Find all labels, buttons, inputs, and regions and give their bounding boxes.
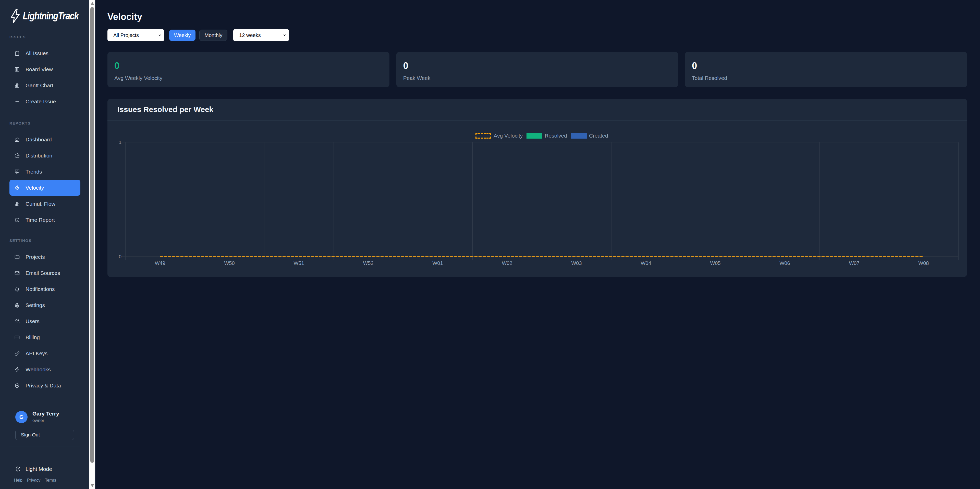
legend-label: Avg Velocity (493, 133, 523, 139)
footer-link-terms[interactable]: Terms (45, 478, 56, 483)
monthly-button[interactable]: Monthly (199, 30, 228, 41)
zap-icon (14, 185, 20, 190)
section-label-reports: REPORTS (10, 121, 89, 126)
sidebar-item-label: Create Issue (25, 99, 56, 105)
gridline (195, 142, 195, 260)
x-axis-label: W52 (353, 260, 383, 266)
chart-header: Issues Resolved per Week (107, 99, 967, 121)
project-filter-select[interactable]: All Projects (107, 29, 164, 41)
sidebar-item-billing[interactable]: Billing (10, 329, 80, 345)
gear-icon (14, 303, 20, 308)
chart-legend: Avg VelocityResolvedCreated (125, 133, 958, 139)
legend-swatch (476, 133, 491, 139)
sidebar-item-label: Board View (25, 66, 53, 72)
sidebar-item-users[interactable]: Users (10, 313, 80, 329)
mail-icon (14, 271, 20, 276)
stat-label: Peak Week (403, 75, 671, 81)
legend-swatch (571, 133, 587, 139)
presentation-icon (14, 169, 20, 174)
legend-label: Created (589, 133, 608, 139)
x-axis-label: W05 (700, 260, 731, 266)
legend-swatch (527, 133, 542, 139)
sidebar-item-privacy-data[interactable]: Privacy & Data (10, 378, 80, 393)
sidebar-item-email-sources[interactable]: Email Sources (10, 265, 80, 281)
sidebar-item-label: Settings (25, 302, 45, 308)
divider (10, 403, 80, 403)
x-axis-label: W50 (214, 260, 245, 266)
stat-value: 0 (115, 61, 383, 71)
brand-name: LightningTrack (23, 10, 79, 22)
range-select[interactable]: 12 weeks (233, 29, 289, 41)
sidebar-item-gantt-chart[interactable]: Gantt Chart (10, 77, 80, 93)
sidebar-item-notifications[interactable]: Notifications (10, 281, 80, 297)
sidebar-item-dashboard[interactable]: Dashboard (10, 131, 80, 148)
sidebar-item-label: Billing (25, 334, 40, 341)
main-content: Velocity All Projects Weekly Monthly 12 … (95, 0, 980, 489)
clock-icon (14, 217, 20, 223)
chart-card: Issues Resolved per Week Avg VelocityRes… (107, 99, 967, 277)
clipboard-icon (14, 51, 20, 56)
bar-chart-icon (14, 201, 20, 207)
sidebar-item-time-report[interactable]: Time Report (10, 212, 80, 228)
theme-toggle[interactable]: Light Mode (14, 463, 89, 475)
footer-link-privacy[interactable]: Privacy (27, 478, 40, 483)
chart-title: Issues Resolved per Week (118, 105, 213, 114)
credit-card-icon (14, 335, 20, 340)
scrollbar-thumb[interactable] (90, 7, 94, 463)
sidebar-item-label: Notifications (25, 286, 55, 292)
sidebar-item-cumul-flow[interactable]: Cumul. Flow (10, 196, 80, 212)
scroll-down-arrow-icon[interactable] (91, 484, 94, 487)
legend-item-avg-velocity[interactable]: Avg Velocity (476, 133, 523, 139)
stat-value: 0 (403, 61, 671, 71)
section-label-issues: ISSUES (10, 35, 89, 40)
sidebar-item-board-view[interactable]: Board View (10, 61, 80, 77)
sign-out-button[interactable]: Sign Out (15, 430, 74, 440)
x-axis-label: W04 (631, 260, 661, 266)
sidebar-item-label: API Keys (25, 350, 48, 357)
sidebar-item-label: Email Sources (25, 270, 60, 276)
sidebar-item-distribution[interactable]: Distribution (10, 148, 80, 164)
sidebar-item-projects[interactable]: Projects (10, 249, 80, 265)
footer-link-help[interactable]: Help (14, 478, 22, 483)
stat-card-peak-week: 0Peak Week (396, 52, 678, 87)
sidebar-item-settings[interactable]: Settings (10, 297, 80, 313)
gridline (403, 142, 403, 260)
pie-chart-icon (14, 153, 20, 158)
x-axis-label: W49 (145, 260, 175, 266)
sidebar-item-create-issue[interactable]: Create Issue (10, 93, 80, 110)
legend-item-resolved[interactable]: Resolved (527, 133, 567, 139)
gridline (542, 142, 542, 260)
sidebar-nav: ISSUESAll IssuesBoard ViewGantt ChartCre… (0, 23, 89, 393)
y-tick (122, 256, 125, 257)
user-role: owner (32, 418, 59, 423)
sidebar-item-label: Trends (25, 169, 42, 175)
avg-velocity-line (160, 256, 924, 257)
legend-item-created[interactable]: Created (571, 133, 608, 139)
controls-row: All Projects Weekly Monthly 12 weeks (107, 29, 967, 41)
weekly-button[interactable]: Weekly (169, 30, 196, 41)
sidebar-item-webhooks[interactable]: Webhooks (10, 362, 80, 378)
sidebar-item-label: Velocity (25, 185, 44, 191)
chart-plot-area: 10W49W50W51W52W01W02W03W04W05W06W07W08 (125, 142, 958, 256)
bell-icon (14, 287, 20, 292)
stat-label: Avg Weekly Velocity (115, 75, 383, 81)
sidebar-item-label: Time Report (25, 217, 55, 223)
stat-value: 0 (692, 61, 960, 71)
x-axis-label: W01 (422, 260, 453, 266)
sidebar-item-label: Privacy & Data (25, 382, 61, 389)
sidebar-item-velocity[interactable]: Velocity (10, 180, 80, 196)
stat-label: Total Resolved (692, 75, 960, 81)
zap-icon (14, 367, 20, 372)
scroll-up-arrow-icon[interactable] (91, 2, 94, 5)
theme-toggle-label: Light Mode (25, 466, 52, 472)
y-axis-label: 1 (107, 140, 121, 145)
sidebar-item-label: Dashboard (25, 137, 52, 143)
gridline (125, 142, 126, 260)
sidebar-item-label: Users (25, 318, 40, 324)
gridline (681, 142, 681, 260)
sidebar-item-all-issues[interactable]: All Issues (10, 45, 80, 61)
gridline (819, 142, 820, 260)
sidebar-scrollbar[interactable] (89, 0, 95, 489)
sidebar-item-api-keys[interactable]: API Keys (10, 345, 80, 362)
sidebar-item-trends[interactable]: Trends (10, 164, 80, 180)
